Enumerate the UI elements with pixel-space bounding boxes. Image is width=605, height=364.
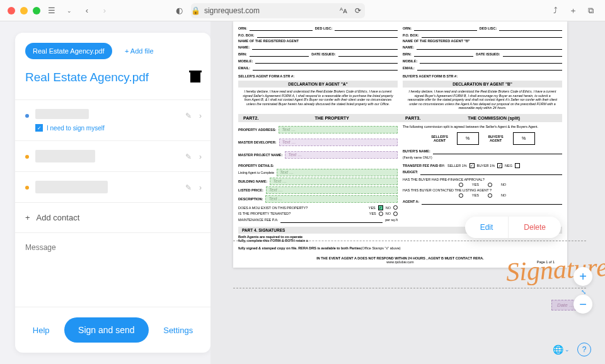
zoom-out-button[interactable]: − — [573, 295, 592, 314]
signer-dot — [25, 114, 29, 118]
chevron-right-icon[interactable]: › — [199, 111, 202, 120]
signer-email-redacted — [35, 109, 89, 119]
signer-row[interactable]: ✎ › — [15, 171, 210, 202]
document-title: Real Estate Agency.pdf — [25, 71, 149, 84]
language-selector[interactable]: 🌐⌄ — [553, 344, 570, 355]
self-sign-checkbox[interactable]: ✓ — [35, 124, 43, 132]
pct-input[interactable]: % — [457, 132, 479, 145]
add-file-link[interactable]: + Add file — [125, 47, 154, 55]
add-contact-label: Add contact — [37, 213, 80, 222]
new-tab-icon[interactable]: ＋ — [567, 4, 580, 17]
plus-icon: + — [25, 213, 30, 222]
maximize-window[interactable] — [33, 7, 40, 14]
zoom-in-button[interactable]: + — [573, 267, 592, 286]
popup-delete-button[interactable]: Delete — [509, 217, 561, 238]
checkbox[interactable]: ✓ — [470, 163, 475, 168]
document-pill[interactable]: Real Estate Agency.pdf — [25, 43, 112, 59]
radio[interactable] — [459, 193, 463, 198]
radio[interactable] — [379, 212, 383, 216]
share-icon[interactable]: ⤴ — [550, 4, 562, 17]
radio[interactable] — [393, 212, 398, 216]
signer-email-redacted — [35, 181, 108, 193]
minimize-window[interactable] — [20, 7, 28, 14]
radio[interactable] — [488, 193, 492, 198]
lock-icon: 🔒 — [191, 6, 200, 15]
message-textarea[interactable] — [25, 243, 200, 281]
checkbox[interactable]: ✓ — [497, 163, 502, 168]
self-sign-label: I need to sign myself — [47, 125, 105, 132]
signer-row[interactable]: ✎ › — [15, 140, 210, 171]
sidebar: Real Estate Agency.pdf + Add file Real E… — [15, 33, 210, 353]
reader-icon[interactable]: ᴬᴀ — [340, 6, 347, 15]
edit-signer-icon[interactable]: ✎ — [185, 111, 192, 120]
traffic-lights — [8, 7, 40, 14]
shield-icon[interactable]: ◐ — [173, 4, 186, 17]
radio[interactable] — [393, 205, 398, 210]
text-placeholder[interactable]: Text … — [279, 126, 398, 134]
checkbox[interactable] — [515, 163, 520, 168]
delete-document-icon[interactable] — [190, 72, 200, 82]
guide-line — [233, 241, 586, 241]
chevron-right-icon[interactable]: › — [199, 183, 202, 192]
document-viewport[interactable]: ORN:DED LISC: P.O. BOX: NAME OF THE REGI… — [210, 21, 605, 364]
url-text: signrequest.com — [204, 6, 260, 15]
text-placeholder[interactable]: Text … — [266, 186, 398, 194]
checkbox-checked[interactable]: ✓ — [378, 205, 383, 210]
settings-link[interactable]: Settings — [163, 326, 193, 335]
signer-dot — [25, 186, 29, 190]
help-icon[interactable]: ? — [577, 343, 591, 356]
text-placeholder[interactable]: Text … — [285, 151, 398, 159]
text-placeholder[interactable]: Text … — [277, 169, 398, 176]
back-icon[interactable]: ‹ — [81, 4, 93, 17]
forward-icon[interactable]: › — [98, 4, 111, 17]
edit-signer-icon[interactable]: ✎ — [185, 152, 192, 161]
dropdown-icon[interactable]: ⌄ — [63, 4, 76, 17]
text-placeholder[interactable]: Text … — [270, 178, 398, 185]
sign-send-button[interactable]: Sign and send — [64, 317, 149, 343]
signer-row-self[interactable]: ✓ I need to sign myself ✎ › — [15, 100, 210, 140]
help-link[interactable]: Help — [33, 326, 50, 335]
field-popup: Edit Delete — [465, 217, 561, 238]
guide-line — [233, 288, 586, 288]
edit-signer-icon[interactable]: ✎ — [185, 183, 192, 192]
pct-input[interactable]: % — [513, 132, 535, 145]
browser-chrome: ☰ ⌄ ‹ › ◐ 🔒 signrequest.com ᴬᴀ ⟳ ⤴ ＋ ⧉ — [0, 0, 605, 21]
signer-email-redacted — [35, 150, 95, 162]
text-placeholder[interactable]: Text … — [279, 139, 398, 146]
signer-dot — [25, 155, 29, 159]
radio[interactable] — [488, 183, 492, 187]
tabs-icon[interactable]: ⧉ — [585, 4, 597, 17]
close-window[interactable] — [8, 7, 15, 14]
add-contact-button[interactable]: + Add contact — [15, 202, 210, 232]
reload-icon[interactable]: ⟳ — [355, 6, 361, 15]
text-placeholder[interactable]: Text … — [265, 195, 398, 203]
sidebar-toggle-icon[interactable]: ☰ — [45, 4, 58, 17]
chevron-right-icon[interactable]: › — [199, 152, 202, 161]
url-bar[interactable]: 🔒 signrequest.com ᴬᴀ ⟳ — [191, 3, 366, 18]
popup-edit-button[interactable]: Edit — [465, 217, 509, 238]
radio[interactable] — [459, 183, 463, 187]
